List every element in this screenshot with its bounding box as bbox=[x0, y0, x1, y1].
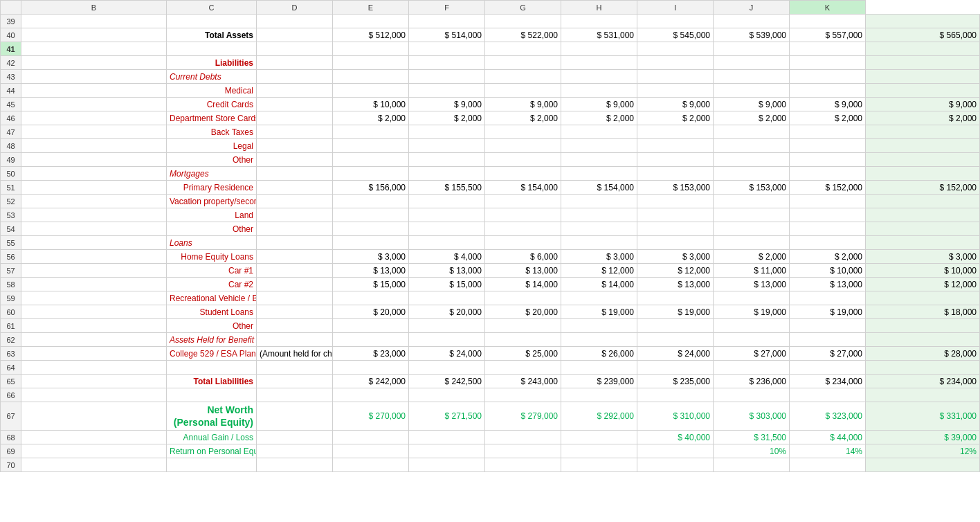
cell-d42[interactable] bbox=[333, 56, 409, 70]
cell-g64[interactable] bbox=[561, 361, 637, 375]
cell-k51[interactable]: $ 152,000 bbox=[866, 181, 980, 195]
cell-g41[interactable] bbox=[561, 42, 637, 56]
cell-k58[interactable]: $ 12,000 bbox=[866, 278, 980, 291]
col-header-b[interactable]: B bbox=[21, 1, 167, 15]
cell-d65[interactable]: $ 242,000 bbox=[333, 375, 409, 388]
cell-g66[interactable] bbox=[561, 388, 637, 402]
cell-i66[interactable] bbox=[714, 388, 790, 402]
cell-a40[interactable] bbox=[21, 28, 167, 42]
cell-e64[interactable] bbox=[409, 361, 485, 375]
cell-k46[interactable]: $ 2,000 bbox=[866, 111, 980, 125]
cell-a53[interactable] bbox=[21, 208, 167, 222]
col-header-f[interactable]: F bbox=[409, 1, 485, 15]
cell-f63[interactable]: $ 25,000 bbox=[485, 347, 561, 361]
cell-i55[interactable] bbox=[714, 236, 790, 250]
cell-g43[interactable] bbox=[561, 70, 637, 84]
cell-f50[interactable] bbox=[485, 167, 561, 181]
cell-d62[interactable] bbox=[333, 333, 409, 347]
cell-b39[interactable] bbox=[167, 15, 257, 28]
cell-f39[interactable] bbox=[485, 15, 561, 28]
cell-g49[interactable] bbox=[561, 153, 637, 167]
cell-g40[interactable]: $ 531,000 bbox=[561, 28, 637, 42]
cell-b56[interactable]: Home Equity Loans bbox=[167, 250, 257, 264]
cell-k56[interactable]: $ 3,000 bbox=[866, 250, 980, 264]
cell-b41[interactable] bbox=[167, 42, 257, 56]
cell-i58[interactable]: $ 13,000 bbox=[714, 278, 790, 291]
cell-c48[interactable] bbox=[257, 139, 333, 153]
cell-g52[interactable] bbox=[561, 195, 637, 208]
cell-b53[interactable]: Land bbox=[167, 208, 257, 222]
cell-h68[interactable]: $ 40,000 bbox=[637, 431, 714, 444]
cell-h39[interactable] bbox=[637, 15, 714, 28]
cell-j67[interactable]: $ 323,000 bbox=[790, 402, 866, 431]
cell-d61[interactable] bbox=[333, 319, 409, 333]
cell-k39[interactable] bbox=[866, 15, 980, 28]
cell-j43[interactable] bbox=[790, 70, 866, 84]
cell-h50[interactable] bbox=[637, 167, 714, 181]
cell-j63[interactable]: $ 27,000 bbox=[790, 347, 866, 361]
cell-c65[interactable] bbox=[257, 375, 333, 388]
cell-i48[interactable] bbox=[714, 139, 790, 153]
cell-j44[interactable] bbox=[790, 84, 866, 98]
cell-e41[interactable] bbox=[409, 42, 485, 56]
cell-f65[interactable]: $ 243,000 bbox=[485, 375, 561, 388]
cell-k54[interactable] bbox=[866, 222, 980, 236]
cell-h42[interactable] bbox=[637, 56, 714, 70]
cell-c49[interactable] bbox=[257, 153, 333, 167]
cell-d48[interactable] bbox=[333, 139, 409, 153]
cell-g51[interactable]: $ 154,000 bbox=[561, 181, 637, 195]
cell-e49[interactable] bbox=[409, 153, 485, 167]
cell-g57[interactable]: $ 12,000 bbox=[561, 264, 637, 278]
cell-k49[interactable] bbox=[866, 153, 980, 167]
cell-h41[interactable] bbox=[637, 42, 714, 56]
cell-k52[interactable] bbox=[866, 195, 980, 208]
cell-f51[interactable]: $ 154,000 bbox=[485, 181, 561, 195]
cell-i61[interactable] bbox=[714, 319, 790, 333]
cell-j62[interactable] bbox=[790, 333, 866, 347]
cell-f70[interactable] bbox=[485, 458, 561, 472]
cell-j53[interactable] bbox=[790, 208, 866, 222]
cell-f60[interactable]: $ 20,000 bbox=[485, 305, 561, 319]
cell-b63[interactable]: College 529 / ESA Plans bbox=[167, 347, 257, 361]
cell-k62[interactable] bbox=[866, 333, 980, 347]
cell-h54[interactable] bbox=[637, 222, 714, 236]
cell-b66[interactable] bbox=[167, 388, 257, 402]
cell-h53[interactable] bbox=[637, 208, 714, 222]
cell-k66[interactable] bbox=[866, 388, 980, 402]
cell-f45[interactable]: $ 9,000 bbox=[485, 98, 561, 111]
cell-i62[interactable] bbox=[714, 333, 790, 347]
cell-i59[interactable] bbox=[714, 291, 790, 305]
cell-b60[interactable]: Student Loans bbox=[167, 305, 257, 319]
cell-k65[interactable]: $ 234,000 bbox=[866, 375, 980, 388]
cell-e63[interactable]: $ 24,000 bbox=[409, 347, 485, 361]
cell-f43[interactable] bbox=[485, 70, 561, 84]
cell-d63[interactable]: $ 23,000 bbox=[333, 347, 409, 361]
cell-b48[interactable]: Legal bbox=[167, 139, 257, 153]
cell-g58[interactable]: $ 14,000 bbox=[561, 278, 637, 291]
cell-h56[interactable]: $ 3,000 bbox=[637, 250, 714, 264]
cell-a64[interactable] bbox=[21, 361, 167, 375]
cell-j65[interactable]: $ 234,000 bbox=[790, 375, 866, 388]
cell-a44[interactable] bbox=[21, 84, 167, 98]
cell-e62[interactable] bbox=[409, 333, 485, 347]
cell-a52[interactable] bbox=[21, 195, 167, 208]
cell-j45[interactable]: $ 9,000 bbox=[790, 98, 866, 111]
cell-a57[interactable] bbox=[21, 264, 167, 278]
cell-i40[interactable]: $ 539,000 bbox=[714, 28, 790, 42]
cell-f61[interactable] bbox=[485, 319, 561, 333]
cell-c55[interactable] bbox=[257, 236, 333, 250]
cell-f68[interactable] bbox=[485, 431, 561, 444]
cell-d41[interactable] bbox=[333, 42, 409, 56]
col-header-c[interactable]: C bbox=[167, 1, 257, 15]
cell-a47[interactable] bbox=[21, 125, 167, 139]
cell-g60[interactable]: $ 19,000 bbox=[561, 305, 637, 319]
cell-b51[interactable]: Primary Residence bbox=[167, 181, 257, 195]
cell-e70[interactable] bbox=[409, 458, 485, 472]
cell-b43[interactable]: Current Debts bbox=[167, 70, 257, 84]
cell-a39[interactable] bbox=[21, 15, 167, 28]
cell-k45[interactable]: $ 9,000 bbox=[866, 98, 980, 111]
cell-d54[interactable] bbox=[333, 222, 409, 236]
cell-b62[interactable]: Assets Held for Benefit of Others bbox=[167, 333, 257, 347]
cell-c66[interactable] bbox=[257, 388, 333, 402]
cell-e47[interactable] bbox=[409, 125, 485, 139]
